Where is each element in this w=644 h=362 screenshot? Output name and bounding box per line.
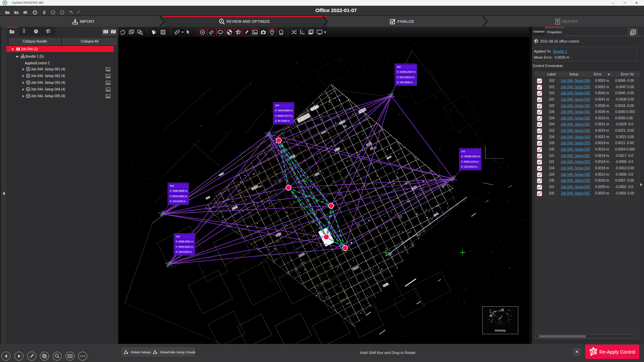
- svg-text:SiteMap: SiteMap: [494, 329, 505, 332]
